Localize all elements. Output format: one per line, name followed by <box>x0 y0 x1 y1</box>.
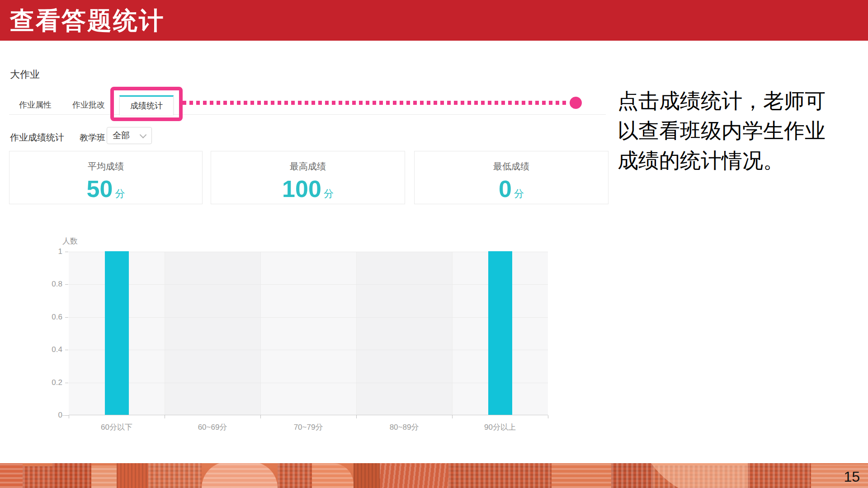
grade-statistics-title: 作业成绩统计 <box>10 131 64 144</box>
teaching-class-dropdown[interactable]: 全部 <box>107 127 152 144</box>
chart-horizontal-gridline <box>69 284 548 285</box>
highest-score-card: 最高成绩 100分 <box>211 151 405 204</box>
building-shape <box>354 463 380 488</box>
chart-band <box>260 252 356 415</box>
chart-x-tick <box>548 415 548 418</box>
chart-horizontal-gridline <box>69 383 548 383</box>
chart-x-tick <box>69 415 69 418</box>
annotation-line-3: 成绩的统计情况。 <box>618 145 857 175</box>
building-shape <box>202 463 278 488</box>
building-shape <box>91 465 117 488</box>
slide-header: 查看答题统计 <box>0 0 868 41</box>
building-shape <box>52 463 91 488</box>
x-category-label: 70~79分 <box>272 422 344 432</box>
highest-score-label: 最高成绩 <box>211 160 405 173</box>
chart-band <box>165 252 260 415</box>
building-shape <box>278 463 312 488</box>
y-tick-label: 0.4 <box>44 345 62 354</box>
building-shape <box>748 463 811 488</box>
highest-score-value: 100分 <box>211 175 405 202</box>
y-tick-label: 0 <box>44 411 62 420</box>
annotation-line-1: 点击成绩统计，老师可 <box>618 86 857 116</box>
chart-x-tick <box>260 415 261 418</box>
chart-x-tick <box>165 415 165 418</box>
building-shape <box>448 463 552 488</box>
annotation-dot <box>570 97 582 109</box>
teaching-class-label: 教学班 <box>80 132 105 144</box>
x-category-label: 90分以上 <box>464 422 536 432</box>
y-tick-label: 1 <box>44 247 62 256</box>
chart-y-tick <box>65 317 68 318</box>
tab-grade-statistics-label: 成绩统计 <box>130 101 163 110</box>
building-shape <box>23 466 52 488</box>
chart-vertical-gridline <box>452 252 453 415</box>
chart-y-tick <box>65 383 68 383</box>
annotation-connector-line <box>183 101 567 105</box>
chart-bar <box>105 251 129 415</box>
chart-y-axis-label: 人数 <box>62 236 78 246</box>
footer-cityscape <box>0 463 868 488</box>
slide-title: 查看答题统计 <box>10 5 165 38</box>
building-shape <box>0 463 23 488</box>
chart-vertical-gridline <box>165 252 165 415</box>
chart-y-tick <box>65 284 68 285</box>
chart-bar <box>488 251 512 415</box>
lowest-score-label: 最低成绩 <box>415 160 608 173</box>
building-shape <box>117 463 148 488</box>
average-score-card: 平均成绩 50分 <box>9 151 203 204</box>
tab-assignment-properties[interactable]: 作业属性 <box>19 99 52 110</box>
x-category-label: 80~89分 <box>368 422 440 432</box>
chart-y-tick <box>65 252 68 252</box>
chart-x-tick <box>452 415 453 418</box>
annotation-text: 点击成绩统计，老师可 以查看班级内学生作业 成绩的统计情况。 <box>618 86 857 175</box>
y-tick-label: 0.2 <box>44 378 62 387</box>
building-shape <box>611 463 653 488</box>
chart-vertical-gridline <box>260 252 261 415</box>
chart-horizontal-gridline <box>69 252 548 252</box>
building-shape <box>552 463 611 488</box>
average-score-value: 50分 <box>9 175 202 202</box>
lowest-score-value: 0分 <box>415 175 608 202</box>
chart-band <box>356 252 452 415</box>
chevron-down-icon <box>140 131 147 139</box>
chart-horizontal-gridline <box>69 350 548 350</box>
lowest-score-card: 最低成绩 0分 <box>414 151 609 204</box>
average-score-label: 平均成绩 <box>9 160 202 173</box>
tab-assignment-grading[interactable]: 作业批改 <box>72 99 105 110</box>
page-number: 15 <box>844 469 860 485</box>
chart-y-tick <box>65 350 68 350</box>
score-distribution-chart: 人数 00.20.40.60.8160分以下60~69分70~79分80~89分… <box>0 235 606 434</box>
teaching-class-dropdown-value: 全部 <box>113 127 130 144</box>
chart-vertical-gridline <box>356 252 357 415</box>
building-shape <box>380 463 448 488</box>
assignment-section-label: 大作业 <box>10 68 40 81</box>
y-tick-label: 0.8 <box>44 280 62 289</box>
chart-y-tick <box>65 415 68 416</box>
x-category-label: 60~69分 <box>176 422 249 432</box>
chart-horizontal-gridline <box>69 317 548 318</box>
chart-plot <box>69 252 548 415</box>
y-tick-label: 0.6 <box>44 313 62 322</box>
chart-x-tick <box>356 415 357 418</box>
tab-grade-statistics[interactable]: 成绩统计 <box>119 95 174 115</box>
building-shape <box>312 463 354 488</box>
x-category-label: 60分以下 <box>80 422 153 432</box>
building-shape <box>148 463 202 488</box>
annotation-line-2: 以查看班级内学生作业 <box>618 116 857 145</box>
